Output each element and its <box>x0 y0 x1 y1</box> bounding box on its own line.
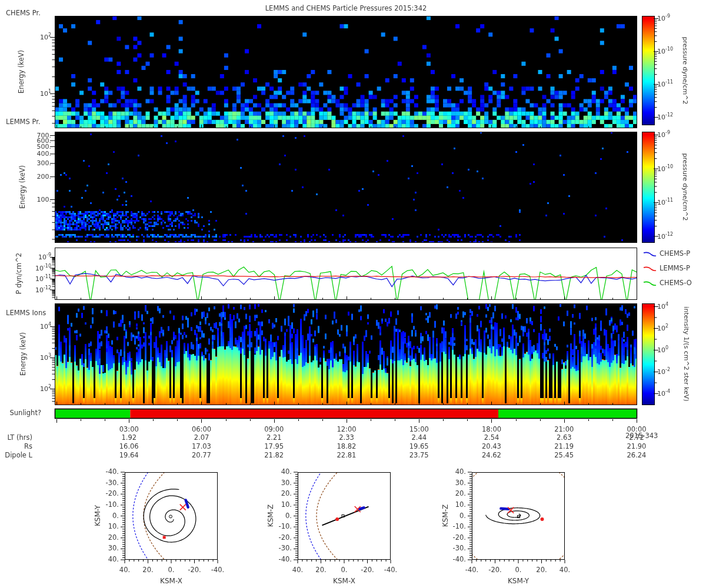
orbit-y-tick-label: 30. <box>455 480 466 487</box>
orbit-y-tick-label: 0. <box>459 513 466 520</box>
orbit1-xlabel: KSM-X <box>160 577 182 584</box>
orbit-y-tick-label: -10. <box>279 523 292 530</box>
ephemeris-value: 23.75 <box>409 452 429 459</box>
ephemeris-value: 24.62 <box>482 452 501 459</box>
orbit-y-tick-label: 20. <box>108 534 119 542</box>
orbit-x-tick-label: -40. <box>384 567 397 574</box>
orbit-x-tick-label: 40. <box>119 567 130 574</box>
orbit-y-tick-label: 20. <box>281 491 292 498</box>
axis-label-energy-1: Energy (keV) <box>18 50 25 93</box>
orbit3-xlabel: KSM-Y <box>508 577 529 584</box>
orbit-y-tick-label: 30. <box>281 480 292 487</box>
orbit-y-tick-label: 0. <box>112 513 119 520</box>
ephemeris-value: 19.65 <box>409 443 429 450</box>
ephemeris-value: 17.95 <box>264 443 284 450</box>
colorbar-unit-label-intensity: intensity 1/(s cm^2 ster keV) <box>683 306 690 401</box>
colorbar-tick-label: 10-9 <box>657 132 670 138</box>
colorbar-tick-label: 10-11 <box>657 199 673 206</box>
orbit-x-tick-label: -40. <box>465 567 478 574</box>
orbit-y-tick-label: -20. <box>106 491 119 498</box>
ephemeris-value: 20.43 <box>482 443 501 450</box>
y-tick-label-p4: 103 <box>40 355 51 361</box>
orbit-y-tick-label: -20. <box>279 534 292 542</box>
y-tick-label-p2: 100. <box>37 196 52 203</box>
ephemeris-value: 2.07 <box>194 435 209 442</box>
colorbar-tick-label: 104 <box>657 303 668 310</box>
ephemeris-value: 18.82 <box>337 443 357 450</box>
time-tick-label: 00:00 <box>627 426 646 433</box>
orbit-y-tick-label: -30. <box>279 546 292 553</box>
ephemeris-value: 22.81 <box>337 452 357 459</box>
colorbar-unit-label-pressure-2: pressure dyne/cm^2 <box>682 153 688 221</box>
time-tick-label: 15:00 <box>409 426 429 433</box>
y-tick-label-p2: 300. <box>37 160 52 166</box>
orbit-x-tick-label: 0. <box>515 567 522 574</box>
orbit1-ylabel: KSM-Y <box>94 505 101 526</box>
orbit-x-tick-label: -20. <box>188 567 201 574</box>
ephemeris-value: 2.54 <box>484 435 499 442</box>
colorbar-tick-label: 10-12 <box>657 114 673 121</box>
figure-title: LEMMS and CHEMS Particle Pressures 2015:… <box>265 5 427 12</box>
orbit2-ylabel: KSM-Z <box>267 505 274 527</box>
ephemeris-value: 21.82 <box>264 452 284 459</box>
legend-item-chems-p: CHEMS-P <box>660 250 690 258</box>
orbit-y-tick-label: 40. <box>281 469 292 476</box>
axis-label-energy-2: Energy (keV) <box>19 165 26 209</box>
y-tick-label-p3: 10-12 <box>35 286 51 293</box>
colorbar-tick-label: 10-10 <box>657 48 673 55</box>
colorbar-tick-label: 10-9 <box>657 15 670 22</box>
y-tick-label-p4: 102 <box>40 386 51 392</box>
y-tick-label-p2: 400. <box>37 151 52 157</box>
legend-item-chems-o: CHEMS-O <box>660 280 692 287</box>
orbit-y-tick-label: -10. <box>106 502 119 509</box>
ephemeris-value: 1.92 <box>121 435 136 442</box>
time-tick-label: 09:00 <box>264 426 284 433</box>
figure-canvas <box>0 0 706 588</box>
orbit-x-tick-label: 40. <box>292 567 303 574</box>
ephemeris-value: 21.19 <box>554 443 574 450</box>
ephemeris-row-label-rs: Rs <box>24 443 32 450</box>
orbit-x-tick-label: 20. <box>536 567 547 574</box>
sunlight-row-label: Sunlight? <box>10 410 41 417</box>
orbit-x-tick-label: -20. <box>488 567 501 574</box>
orbit-y-tick-label: 10. <box>455 502 466 509</box>
panel-label-lemms-ions: LEMMS Ions <box>6 310 46 317</box>
orbit-x-tick-label: 0. <box>341 567 348 574</box>
time-tick-label: 12:00 <box>337 426 356 433</box>
orbit-y-tick-label: 20. <box>455 491 466 498</box>
ephemeris-value: 16.06 <box>119 443 139 450</box>
ephemeris-value: 21.90 <box>627 443 647 450</box>
colorbar-tick-label: 10-12 <box>657 233 673 239</box>
orbit-y-tick-label: -30. <box>453 546 466 553</box>
ephemeris-row-label-dipole: Dipole L <box>5 452 32 459</box>
time-tick-label: 18:00 <box>482 426 501 433</box>
orbit-x-tick-label: 0. <box>168 567 175 574</box>
orbit-y-tick-label: -10. <box>453 523 466 530</box>
y-tick-label-p3: 10-10 <box>35 265 51 271</box>
orbit-y-tick-label: -40. <box>453 556 466 563</box>
orbit-y-tick-label: -30. <box>106 480 119 487</box>
figure: LEMMS and CHEMS Particle Pressures 2015:… <box>0 0 706 588</box>
panel-label-lemms-pressure: LEMMS Pr. <box>6 119 41 126</box>
orbit-y-tick-label: -40. <box>279 556 292 563</box>
axis-label-energy-4: Energy (keV) <box>20 332 27 376</box>
ephemeris-row-label-lt: LT (hrs) <box>8 435 33 442</box>
orbit-y-tick-label: 10. <box>108 523 119 530</box>
ephemeris-value: 2.21 <box>267 435 282 442</box>
colorbar-tick-label: 10-2 <box>657 369 670 375</box>
orbit-y-tick-label: 40. <box>108 556 119 563</box>
orbit-x-tick-label: 20. <box>142 567 153 574</box>
colorbar-tick-label: 102 <box>657 325 668 332</box>
y-tick-label-p2: 500. <box>37 143 52 149</box>
orbit-y-tick-label: 10. <box>281 502 292 509</box>
ephemeris-value: 26.24 <box>627 452 647 459</box>
y-tick-label-p3: 10-9 <box>38 254 51 260</box>
orbit-y-tick-label: 30. <box>108 546 119 553</box>
colorbar-tick-label: 10-11 <box>657 81 673 88</box>
orbit-y-tick-label: 40. <box>455 469 466 476</box>
orbit-y-tick-label: -40. <box>106 469 119 476</box>
axis-label-pressure: P dyn/cm^2 <box>16 253 23 294</box>
panel-label-chems-pressure: CHEMS Pr. <box>6 10 41 17</box>
orbit2-xlabel: KSM-X <box>333 577 355 584</box>
legend-item-lemms-p: LEMMS-P <box>660 265 690 272</box>
